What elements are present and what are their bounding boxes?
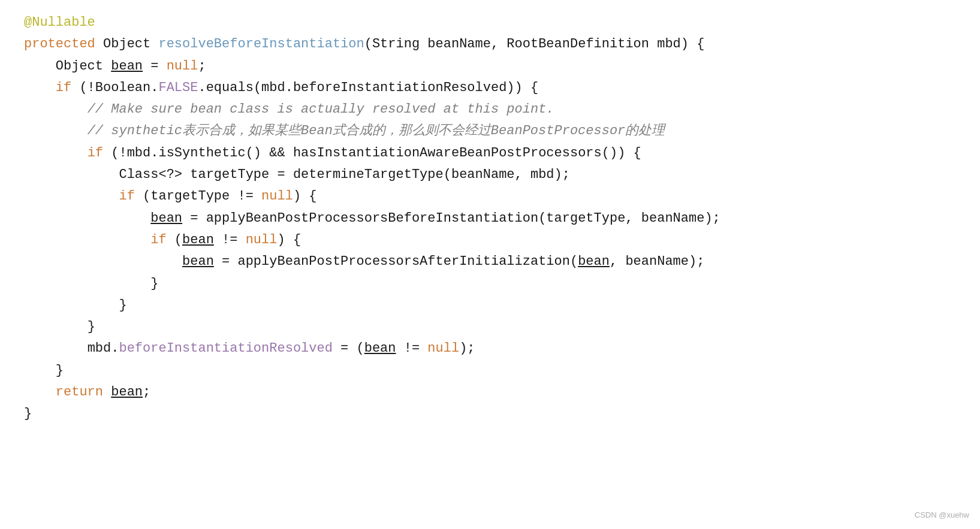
- code-line: @Nullable: [24, 12, 956, 34]
- code-line: // Make sure bean class is actually reso…: [24, 99, 956, 120]
- code-line: }: [24, 403, 956, 425]
- code-line: bean = applyBeanPostProcessorsAfterIniti…: [24, 251, 956, 273]
- code-line: Object bean = null;: [24, 56, 956, 77]
- code-line: mbd.beforeInstantiationResolved = (bean …: [24, 338, 956, 359]
- code-line: if (targetType != null) {: [24, 186, 956, 207]
- code-line: if (bean != null) {: [24, 229, 956, 251]
- watermark: CSDN @xuehw: [915, 509, 969, 522]
- code-line: protected Object resolveBeforeInstantiat…: [24, 34, 956, 55]
- code-line: if (!Boolean.FALSE.equals(mbd.beforeInst…: [24, 77, 956, 99]
- code-line: }: [24, 273, 956, 295]
- code-line: }: [24, 295, 956, 316]
- code-line: }: [24, 316, 956, 338]
- code-line: bean = applyBeanPostProcessorsBeforeInst…: [24, 208, 956, 229]
- code-line: if (!mbd.isSynthetic() && hasInstantiati…: [24, 143, 956, 164]
- code-container: @Nullableprotected Object resolveBeforeI…: [0, 0, 980, 529]
- code-line: // synthetic表示合成，如果某些Bean式合成的，那么则不会经过Bea…: [24, 120, 956, 142]
- code-line: return bean;: [24, 382, 956, 403]
- code-line: }: [24, 360, 956, 382]
- code-line: Class<?> targetType = determineTargetTyp…: [24, 164, 956, 186]
